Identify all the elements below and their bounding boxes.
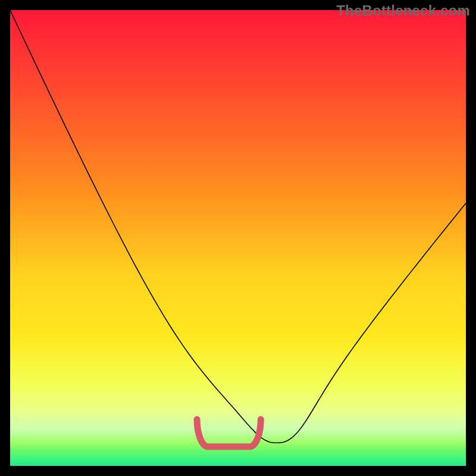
gradient-background bbox=[10, 10, 466, 466]
plot-area bbox=[10, 10, 466, 466]
chart-svg bbox=[10, 10, 466, 466]
watermark: TheBottleneck.com bbox=[336, 2, 470, 19]
chart-frame: { "watermark": "TheBottleneck.com", "col… bbox=[0, 0, 476, 476]
